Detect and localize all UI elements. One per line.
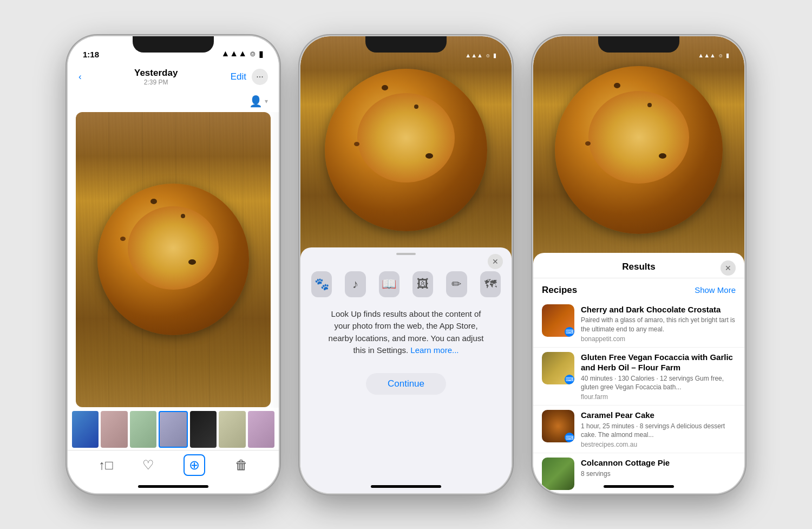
thumbnail-item[interactable] — [248, 411, 274, 448]
recipe-thumb-1: ⌨ — [542, 304, 574, 337]
phone2-background — [300, 36, 512, 264]
header-subtitle: 2:39 PM — [134, 79, 178, 86]
wifi-icon: ⌾ — [250, 49, 256, 58]
header-center: Yesterday 2:39 PM — [134, 68, 178, 86]
battery-icon-2: ▮ — [493, 52, 496, 59]
pie-image-2 — [325, 69, 487, 231]
recipe-meta-1: Paired with a glass of amaro, this rich … — [581, 316, 736, 334]
music-icon-button[interactable]: ♪ — [345, 271, 365, 297]
share-button[interactable]: ↑□ — [99, 458, 113, 473]
pie-image-circle — [97, 184, 249, 335]
status-time-1: 1:18 — [83, 50, 99, 59]
thumbnails-strip — [68, 408, 279, 451]
recipe-item-3[interactable]: ⌨ Caramel Pear Cake 1 hour, 25 minutes ·… — [533, 406, 744, 453]
continue-button[interactable]: Continue — [366, 373, 446, 395]
chevron-down-icon: ▾ — [265, 97, 268, 105]
recipe-info-3: Caramel Pear Cake 1 hour, 25 minutes · 8… — [581, 410, 736, 448]
wifi-icon-3: ⌾ — [719, 52, 723, 58]
recipe-badge-3: ⌨ — [565, 433, 574, 442]
photo-subheader: 👤 ▾ — [68, 90, 279, 112]
signal-icon: ▲▲▲ — [221, 49, 247, 58]
learn-more-link[interactable]: Learn more... — [410, 345, 459, 355]
recipe-item-2[interactable]: ⌨ Gluten Free Vegan Focaccia with Garlic… — [533, 348, 744, 406]
close-icon: ✕ — [492, 257, 499, 266]
continue-btn-wrapper: Continue — [300, 373, 512, 395]
phone3-background — [533, 36, 744, 264]
visual-lookup-button[interactable]: ⊕ — [184, 454, 205, 476]
phone-1: 1:18 ▲▲▲ ⌾ ▮ ‹ Yesterday 2:39 PM Edit ··… — [68, 36, 279, 493]
notch-2 — [365, 36, 447, 53]
notch-1 — [133, 36, 214, 53]
back-button[interactable]: ‹ — [78, 71, 82, 82]
photo-icon-button[interactable]: 🖼 — [412, 271, 433, 297]
photo-header: ‹ Yesterday 2:39 PM Edit ··· — [68, 63, 279, 90]
recipe-info-2: Gluten Free Vegan Focaccia with Garlic a… — [581, 352, 736, 401]
recipe-meta-2: 40 minutes · 130 Calories · 12 servings … — [581, 374, 736, 393]
sheet-handle — [396, 253, 416, 255]
thumbnail-item[interactable] — [101, 411, 127, 448]
recipe-info-4: Colcannon Cottage Pie 8 servings — [581, 458, 736, 478]
notch-3 — [598, 36, 679, 53]
phones-container: 1:18 ▲▲▲ ⌾ ▮ ‹ Yesterday 2:39 PM Edit ··… — [46, 15, 766, 515]
home-indicator-3 — [604, 485, 674, 488]
wifi-icon-2: ⌾ — [486, 52, 490, 58]
thumbnail-item[interactable] — [72, 411, 99, 448]
lookup-sheet: ✕ 🐾 ♪ 📖 🖼 ✏ 🗺 Look Up finds results abou… — [300, 247, 512, 493]
status-icons-2: ▲▲▲ ⌾ ▮ — [465, 52, 496, 59]
show-more-button[interactable]: Show More — [695, 285, 736, 295]
lookup-description: Look Up finds results about the content … — [300, 308, 512, 357]
favorite-button[interactable]: ♡ — [142, 458, 154, 473]
recipe-item-1[interactable]: ⌨ Cherry and Dark Chocolate Crostata Pai… — [533, 300, 744, 348]
bottom-toolbar: ↑□ ♡ ⊕ 🗑 — [68, 450, 279, 480]
battery-icon-3: ▮ — [726, 52, 729, 59]
recipe-domain-1: bonappetit.com — [581, 335, 736, 343]
recipe-title-4: Colcannon Cottage Pie — [581, 458, 736, 468]
sheet-close-button[interactable]: ✕ — [488, 254, 503, 269]
recipe-meta-3: 1 hour, 25 minutes · 8 servings A delici… — [581, 422, 736, 440]
thumbnail-item[interactable] — [190, 411, 217, 448]
phone-2: ▲▲▲ ⌾ ▮ ✕ — [300, 36, 512, 493]
pie-image-3 — [555, 66, 723, 234]
recipe-badge-2: ⌨ — [565, 375, 574, 384]
recipe-thumb-3: ⌨ — [542, 410, 574, 442]
recipe-domain-2: flour.farm — [581, 393, 736, 401]
recipe-domain-3: bestrecipes.com.au — [581, 441, 736, 448]
home-indicator-2 — [371, 485, 441, 488]
header-title: Yesterday — [134, 68, 178, 79]
more-button[interactable]: ··· — [252, 69, 268, 85]
thumbnail-item[interactable] — [219, 411, 245, 448]
thumbnail-item[interactable] — [130, 411, 156, 448]
recipe-meta-4: 8 servings — [581, 469, 736, 479]
recipes-section-header: Recipes Show More — [533, 278, 744, 300]
book-icon-button[interactable]: 📖 — [379, 271, 400, 297]
close-icon-3: ✕ — [725, 264, 731, 272]
recipe-badge-1: ⌨ — [565, 327, 574, 337]
person-icon: 👤 — [249, 95, 263, 108]
recipes-label: Recipes — [542, 285, 577, 296]
phone-3: ▲▲▲ ⌾ ▮ Results — [533, 36, 744, 493]
thumbnail-item-active[interactable] — [159, 411, 187, 448]
battery-icon: ▮ — [259, 49, 264, 59]
status-icons-1: ▲▲▲ ⌾ ▮ — [221, 49, 264, 59]
panel-header: Results ✕ — [533, 253, 744, 278]
delete-button[interactable]: 🗑 — [235, 458, 248, 473]
person-icon-area[interactable]: 👤 ▾ — [249, 95, 268, 108]
lookup-icons-row: 🐾 ♪ 📖 🖼 ✏ 🗺 — [300, 266, 512, 308]
scribble-icon-button[interactable]: ✏ — [446, 271, 467, 297]
results-panel: Results ✕ Recipes Show More ⌨ Cherry and… — [533, 253, 744, 493]
recipe-title-3: Caramel Pear Cake — [581, 410, 736, 421]
panel-title: Results — [622, 262, 655, 272]
recipe-title-2: Gluten Free Vegan Focaccia with Garlic a… — [581, 352, 736, 373]
edit-button[interactable]: Edit — [231, 71, 246, 82]
signal-icon-3: ▲▲▲ — [698, 52, 716, 58]
panel-close-button[interactable]: ✕ — [721, 260, 736, 276]
map-icon-button[interactable]: 🗺 — [480, 271, 501, 297]
status-icons-3: ▲▲▲ ⌾ ▮ — [698, 52, 729, 59]
main-photo — [76, 112, 271, 407]
recipe-title-1: Cherry and Dark Chocolate Crostata — [581, 304, 736, 315]
home-indicator — [138, 485, 208, 488]
recipe-info-1: Cherry and Dark Chocolate Crostata Paire… — [581, 304, 736, 343]
more-icon: ··· — [256, 72, 263, 82]
paw-icon-button[interactable]: 🐾 — [311, 271, 332, 297]
recipe-thumb-2: ⌨ — [542, 352, 574, 384]
